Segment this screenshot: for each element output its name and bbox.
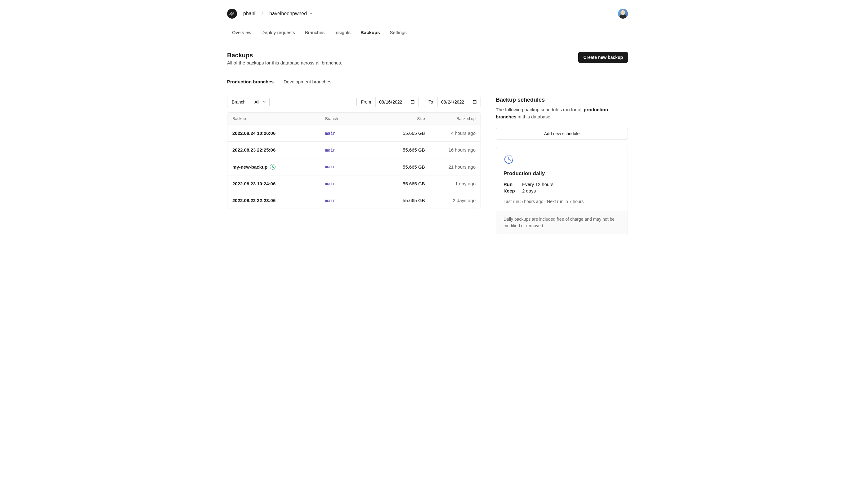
logo-icon[interactable] (227, 9, 237, 19)
nav-deploy-requests[interactable]: Deploy requests (262, 26, 295, 39)
cell-size: 55.665 GB (375, 125, 430, 141)
schedules-title: Backup schedules (496, 97, 628, 103)
branch-filter-label: Branch (227, 97, 250, 107)
backups-table: Backup Branch Size Backed up 2022.08.24 … (227, 112, 481, 209)
branch-filter-select[interactable]: All (250, 100, 269, 105)
nav-insights[interactable]: Insights (334, 26, 351, 39)
keep-value: 2 days (522, 188, 620, 194)
schedule-card-title: Production daily (504, 170, 620, 177)
cell-size: 55.665 GB (375, 159, 430, 175)
cell-branch[interactable]: main (320, 176, 375, 192)
breadcrumb-project[interactable]: haveibeenpwned (269, 11, 313, 16)
branch-filter: Branch All (227, 97, 269, 107)
clock-icon (504, 154, 620, 165)
cell-age: 1 day ago (430, 176, 481, 192)
table-row[interactable]: 2022.08.23 22:25:06 main55.665 GB16 hour… (227, 142, 481, 158)
table-row[interactable]: my-new-backup $main55.665 GB21 hours ago (227, 158, 481, 176)
page-subtitle: All of the backups for this database acr… (227, 60, 342, 66)
keep-label: Keep (504, 188, 522, 194)
th-backup: Backup (227, 112, 320, 125)
tab-production-branches[interactable]: Production branches (227, 79, 274, 89)
cell-age: 4 hours ago (430, 125, 481, 141)
to-date-filter: To (424, 97, 481, 107)
paid-badge-icon: $ (270, 164, 276, 169)
table-row[interactable]: 2022.08.24 10:26:06 main55.665 GB4 hours… (227, 125, 481, 142)
schedules-desc-post: in this database. (517, 114, 552, 119)
cell-age: 16 hours ago (430, 142, 481, 158)
cell-size: 55.665 GB (375, 192, 430, 209)
run-value: Every 12 hours (522, 182, 620, 187)
add-schedule-button[interactable]: Add new schedule (496, 128, 628, 140)
from-label: From (357, 97, 376, 107)
cell-branch[interactable]: main (320, 125, 375, 141)
sub-tabs: Production branches Development branches (227, 79, 628, 89)
cell-size: 55.665 GB (375, 176, 430, 192)
cell-age: 21 hours ago (430, 159, 481, 175)
table-row[interactable]: 2022.08.22 22:23:06 main55.665 GB2 days … (227, 192, 481, 209)
cell-branch[interactable]: main (320, 159, 375, 175)
to-label: To (424, 97, 438, 107)
schedule-meta: Last run 5 hours ago · Next run in 7 hou… (504, 199, 620, 204)
schedule-card-footer: Daily backups are included free of charg… (496, 211, 628, 234)
cell-age: 2 days ago (430, 192, 481, 209)
breadcrumb-project-label: haveibeenpwned (269, 11, 307, 16)
table-row[interactable]: 2022.08.23 10:24:06 main55.665 GB1 day a… (227, 176, 481, 192)
th-size: Size (375, 112, 430, 125)
nav-settings[interactable]: Settings (390, 26, 407, 39)
nav-backups[interactable]: Backups (361, 26, 380, 39)
from-date-filter: From (356, 97, 419, 107)
from-date-input[interactable] (376, 97, 419, 107)
page-title: Backups (227, 52, 342, 59)
schedules-desc-pre: The following backup schedules run for a… (496, 107, 584, 112)
create-backup-button[interactable]: Create new backup (578, 52, 628, 63)
nav-branches[interactable]: Branches (305, 26, 325, 39)
th-branch: Branch (320, 112, 375, 125)
tab-development-branches[interactable]: Development branches (283, 79, 331, 89)
cell-backup-name: 2022.08.23 22:25:06 (227, 142, 320, 158)
chevron-down-icon[interactable] (309, 11, 313, 16)
run-label: Run (504, 182, 522, 187)
to-date-input[interactable] (438, 97, 481, 107)
main-nav: Overview Deploy requests Branches Insigh… (227, 26, 628, 39)
nav-overview[interactable]: Overview (232, 26, 251, 39)
breadcrumb: phani / haveibeenpwned (227, 9, 313, 19)
cell-branch[interactable]: main (320, 193, 375, 209)
cell-backup-name: 2022.08.22 22:23:06 (227, 192, 320, 209)
schedules-desc: The following backup schedules run for a… (496, 106, 628, 120)
cell-size: 55.665 GB (375, 142, 430, 158)
cell-backup-name: my-new-backup $ (227, 158, 320, 175)
cell-backup-name: 2022.08.24 10:26:06 (227, 125, 320, 141)
cell-branch[interactable]: main (320, 142, 375, 158)
avatar[interactable] (618, 9, 628, 19)
schedule-card: Production daily Run Every 12 hours Keep… (496, 147, 628, 234)
breadcrumb-sep: / (262, 11, 263, 17)
breadcrumb-org[interactable]: phani (243, 11, 255, 16)
th-backed-up: Backed up (430, 112, 481, 125)
cell-backup-name: 2022.08.23 10:24:06 (227, 176, 320, 192)
